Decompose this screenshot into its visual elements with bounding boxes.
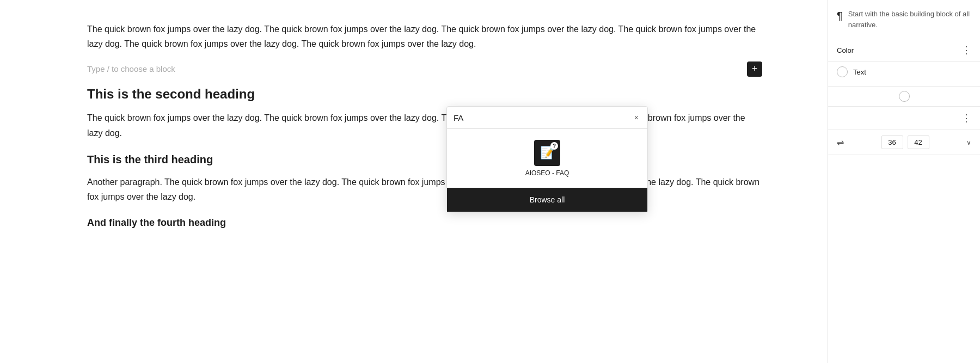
paragraph-1[interactable]: The quick brown fox jumps over the lazy … [87,22,762,51]
text-color-label: Text [853,68,866,76]
heading-2[interactable]: This is the second heading [87,87,762,102]
heading-3[interactable]: This is the third heading [87,153,762,166]
block-search-input[interactable] [454,113,632,122]
chevron-down-icon[interactable]: ∨ [966,139,971,146]
text-color-option: Text [828,62,980,87]
block-inserter-row: Type / to choose a block + [87,64,762,73]
add-block-button[interactable]: + [747,61,762,77]
editor-content: The quick brown fox jumps over the lazy … [0,0,828,363]
color-label: Color [837,46,854,54]
font-size-row: ⇌ 36 42 ∨ [828,130,980,155]
search-clear-button[interactable]: × [632,112,641,123]
block-results: 📝 ? AIOSEO - FAQ [447,129,647,188]
browse-all-button[interactable]: Browse all [447,188,647,212]
paragraph-2[interactable]: The quick brown fox jumps over the lazy … [87,110,762,140]
block-search-popup: × 📝 ? AIOSEO - FAQ Browse all [446,106,648,212]
paragraph-icon: ¶ [837,10,843,22]
aioseo-faq-icon: 📝 ? [534,140,560,166]
sidebar-top-section: ¶ Start with the basic building block of… [828,0,980,39]
text-color-circle[interactable] [837,66,848,77]
font-size-controls: 36 42 [881,136,929,149]
aioseo-faq-block-item[interactable]: 📝 ? AIOSEO - FAQ [525,140,569,177]
search-input-row: × [447,107,647,129]
color-section-header: Color ⋮ [828,39,980,62]
editor-container: The quick brown fox jumps over the lazy … [0,0,828,363]
font-size-42[interactable]: 42 [908,136,929,149]
right-sidebar: ¶ Start with the basic building block of… [828,0,980,363]
color-options-button[interactable]: ⋮ [961,45,971,55]
type-hint: Type / to choose a block [87,64,175,73]
tune-icon: ⇌ [837,137,844,147]
question-mark-badge: ? [550,142,558,150]
paragraph-3[interactable]: Another paragraph. The quick brown fox j… [87,175,762,204]
options-dots-button[interactable]: ⋮ [961,113,971,123]
sidebar-options-row: ⋮ [828,107,980,130]
heading-4[interactable]: And finally the fourth heading [87,217,762,229]
color-circle-2[interactable] [899,91,910,102]
sidebar-description: Start with the basic building block of a… [848,9,971,30]
font-size-36[interactable]: 36 [881,136,903,149]
aioseo-faq-label: AIOSEO - FAQ [525,169,569,177]
